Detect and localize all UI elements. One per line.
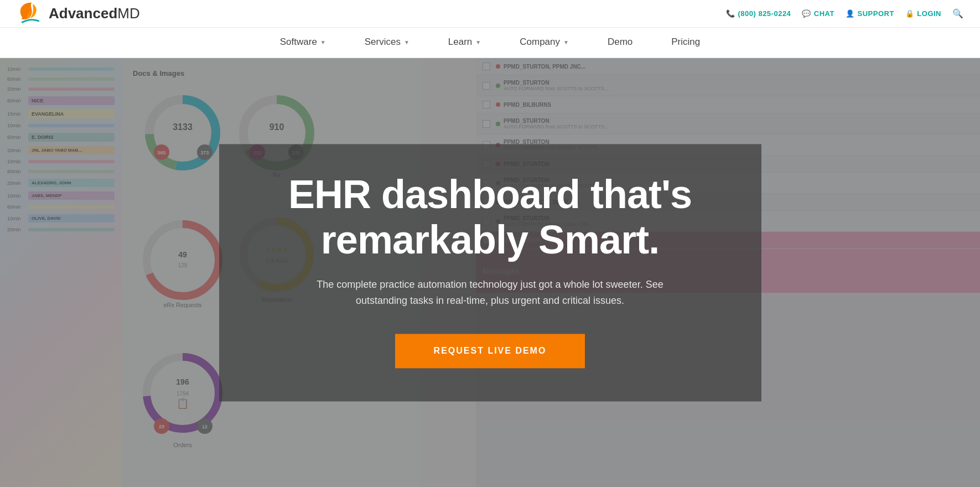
nav-item-software[interactable]: Software ▼ bbox=[277, 28, 329, 58]
chevron-down-icon: ▼ bbox=[320, 39, 326, 45]
hero-title: EHR dashboard that's remarkably Smart. bbox=[263, 172, 717, 263]
search-icon[interactable]: 🔍 bbox=[952, 8, 963, 19]
nav-item-company[interactable]: Company ▼ bbox=[517, 28, 572, 58]
nav-item-learn[interactable]: Learn ▼ bbox=[445, 28, 484, 58]
nav-pricing-label: Pricing bbox=[671, 37, 700, 48]
phone-icon: 📞 bbox=[726, 9, 735, 18]
phone-number: (800) 825-0224 bbox=[738, 9, 791, 18]
nav-item-demo[interactable]: Demo bbox=[605, 28, 635, 58]
hero-content-box: EHR dashboard that's remarkably Smart. T… bbox=[219, 144, 761, 401]
hero-subtitle: The complete practice automation technol… bbox=[291, 277, 689, 309]
login-link[interactable]: 🔒 LOGIN bbox=[905, 9, 941, 18]
chevron-down-icon: ▼ bbox=[475, 39, 481, 45]
logo-text: AdvancedMD bbox=[49, 5, 140, 22]
hero-section: 10min 60min 20min 60min NICE 15min EVANG… bbox=[0, 58, 980, 487]
nav-item-services[interactable]: Services ▼ bbox=[362, 28, 412, 58]
logo[interactable]: AdvancedMD bbox=[17, 0, 140, 28]
nav-company-label: Company bbox=[520, 37, 560, 48]
nav-bar: Software ▼ Services ▼ Learn ▼ Company ▼ … bbox=[0, 28, 980, 58]
chevron-down-icon: ▼ bbox=[404, 39, 409, 45]
support-icon: 👤 bbox=[846, 9, 855, 18]
phone-link[interactable]: 📞 (800) 825-0224 bbox=[726, 9, 791, 18]
nav-demo-label: Demo bbox=[608, 37, 632, 48]
chevron-down-icon: ▼ bbox=[563, 39, 569, 45]
nav-software-label: Software bbox=[280, 37, 317, 48]
chat-label: CHAT bbox=[814, 9, 834, 18]
chat-link[interactable]: 💬 CHAT bbox=[802, 9, 834, 18]
logo-icon bbox=[17, 0, 44, 28]
nav-learn-label: Learn bbox=[448, 37, 472, 48]
support-label: SUPPORT bbox=[857, 9, 894, 18]
nav-item-pricing[interactable]: Pricing bbox=[668, 28, 703, 58]
support-link[interactable]: 👤 SUPPORT bbox=[846, 9, 894, 18]
login-label: LOGIN bbox=[917, 9, 941, 18]
nav-services-label: Services bbox=[365, 37, 401, 48]
cta-button[interactable]: REQUEST LIVE DEMO bbox=[395, 334, 585, 368]
top-bar: AdvancedMD 📞 (800) 825-0224 💬 CHAT 👤 SUP… bbox=[0, 0, 980, 28]
top-right-actions: 📞 (800) 825-0224 💬 CHAT 👤 SUPPORT 🔒 LOGI… bbox=[726, 8, 963, 19]
login-icon: 🔒 bbox=[905, 9, 915, 18]
chat-icon: 💬 bbox=[802, 9, 811, 18]
